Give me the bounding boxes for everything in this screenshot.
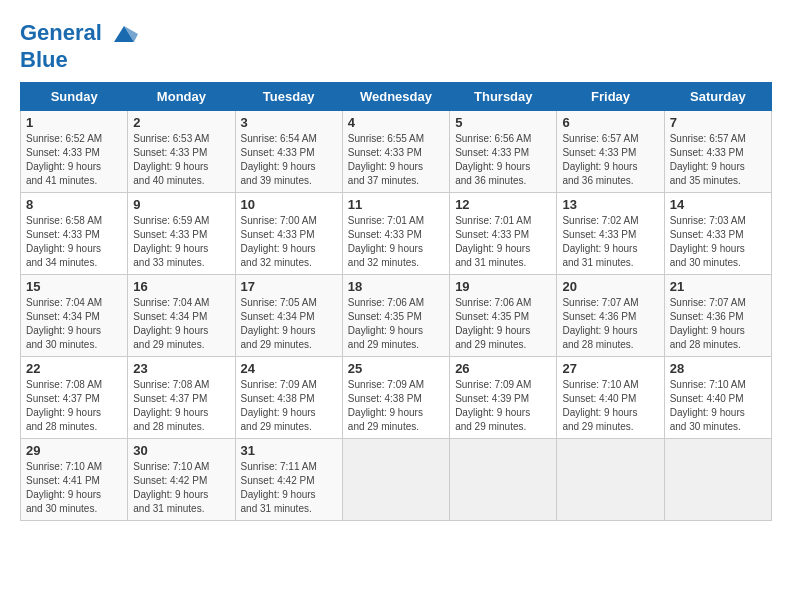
day-info: Sunrise: 7:07 AMSunset: 4:36 PMDaylight:…	[562, 297, 638, 350]
calendar-day-8: 8Sunrise: 6:58 AMSunset: 4:33 PMDaylight…	[21, 193, 128, 275]
header-cell-wednesday: Wednesday	[342, 83, 449, 111]
header-row: SundayMondayTuesdayWednesdayThursdayFrid…	[21, 83, 772, 111]
day-info: Sunrise: 7:08 AMSunset: 4:37 PMDaylight:…	[133, 379, 209, 432]
day-info: Sunrise: 7:06 AMSunset: 4:35 PMDaylight:…	[348, 297, 424, 350]
header-cell-thursday: Thursday	[450, 83, 557, 111]
day-info: Sunrise: 7:02 AMSunset: 4:33 PMDaylight:…	[562, 215, 638, 268]
calendar-day-10: 10Sunrise: 7:00 AMSunset: 4:33 PMDayligh…	[235, 193, 342, 275]
day-number: 25	[348, 361, 444, 376]
calendar-week-3: 22Sunrise: 7:08 AMSunset: 4:37 PMDayligh…	[21, 357, 772, 439]
calendar-table: SundayMondayTuesdayWednesdayThursdayFrid…	[20, 82, 772, 521]
calendar-day-2: 2Sunrise: 6:53 AMSunset: 4:33 PMDaylight…	[128, 111, 235, 193]
day-number: 16	[133, 279, 229, 294]
calendar-day-22: 22Sunrise: 7:08 AMSunset: 4:37 PMDayligh…	[21, 357, 128, 439]
calendar-day-9: 9Sunrise: 6:59 AMSunset: 4:33 PMDaylight…	[128, 193, 235, 275]
calendar-day-14: 14Sunrise: 7:03 AMSunset: 4:33 PMDayligh…	[664, 193, 771, 275]
day-number: 19	[455, 279, 551, 294]
header-cell-monday: Monday	[128, 83, 235, 111]
day-info: Sunrise: 7:10 AMSunset: 4:42 PMDaylight:…	[133, 461, 209, 514]
day-info: Sunrise: 7:06 AMSunset: 4:35 PMDaylight:…	[455, 297, 531, 350]
day-number: 12	[455, 197, 551, 212]
calendar-day-6: 6Sunrise: 6:57 AMSunset: 4:33 PMDaylight…	[557, 111, 664, 193]
calendar-day-empty	[342, 439, 449, 521]
calendar-week-2: 15Sunrise: 7:04 AMSunset: 4:34 PMDayligh…	[21, 275, 772, 357]
day-info: Sunrise: 6:53 AMSunset: 4:33 PMDaylight:…	[133, 133, 209, 186]
day-number: 27	[562, 361, 658, 376]
calendar-day-empty	[664, 439, 771, 521]
calendar-week-1: 8Sunrise: 6:58 AMSunset: 4:33 PMDaylight…	[21, 193, 772, 275]
day-number: 14	[670, 197, 766, 212]
day-info: Sunrise: 6:54 AMSunset: 4:33 PMDaylight:…	[241, 133, 317, 186]
day-number: 15	[26, 279, 122, 294]
day-number: 24	[241, 361, 337, 376]
calendar-day-24: 24Sunrise: 7:09 AMSunset: 4:38 PMDayligh…	[235, 357, 342, 439]
calendar-day-25: 25Sunrise: 7:09 AMSunset: 4:38 PMDayligh…	[342, 357, 449, 439]
day-number: 23	[133, 361, 229, 376]
day-info: Sunrise: 6:55 AMSunset: 4:33 PMDaylight:…	[348, 133, 424, 186]
calendar-day-7: 7Sunrise: 6:57 AMSunset: 4:33 PMDaylight…	[664, 111, 771, 193]
day-number: 3	[241, 115, 337, 130]
day-info: Sunrise: 6:57 AMSunset: 4:33 PMDaylight:…	[670, 133, 746, 186]
day-number: 29	[26, 443, 122, 458]
day-number: 4	[348, 115, 444, 130]
day-number: 26	[455, 361, 551, 376]
calendar-day-26: 26Sunrise: 7:09 AMSunset: 4:39 PMDayligh…	[450, 357, 557, 439]
header-cell-tuesday: Tuesday	[235, 83, 342, 111]
logo: General Blue	[20, 20, 138, 72]
logo-icon	[110, 20, 138, 48]
day-info: Sunrise: 7:10 AMSunset: 4:40 PMDaylight:…	[670, 379, 746, 432]
calendar-day-28: 28Sunrise: 7:10 AMSunset: 4:40 PMDayligh…	[664, 357, 771, 439]
day-number: 17	[241, 279, 337, 294]
day-number: 6	[562, 115, 658, 130]
calendar-week-4: 29Sunrise: 7:10 AMSunset: 4:41 PMDayligh…	[21, 439, 772, 521]
logo-line1: General	[20, 20, 102, 45]
calendar-day-16: 16Sunrise: 7:04 AMSunset: 4:34 PMDayligh…	[128, 275, 235, 357]
calendar-day-30: 30Sunrise: 7:10 AMSunset: 4:42 PMDayligh…	[128, 439, 235, 521]
day-info: Sunrise: 7:04 AMSunset: 4:34 PMDaylight:…	[26, 297, 102, 350]
day-info: Sunrise: 7:00 AMSunset: 4:33 PMDaylight:…	[241, 215, 317, 268]
day-number: 8	[26, 197, 122, 212]
day-info: Sunrise: 7:10 AMSunset: 4:41 PMDaylight:…	[26, 461, 102, 514]
calendar-day-12: 12Sunrise: 7:01 AMSunset: 4:33 PMDayligh…	[450, 193, 557, 275]
day-number: 10	[241, 197, 337, 212]
calendar-day-20: 20Sunrise: 7:07 AMSunset: 4:36 PMDayligh…	[557, 275, 664, 357]
day-info: Sunrise: 7:11 AMSunset: 4:42 PMDaylight:…	[241, 461, 317, 514]
day-number: 31	[241, 443, 337, 458]
day-number: 28	[670, 361, 766, 376]
day-number: 2	[133, 115, 229, 130]
calendar-week-0: 1Sunrise: 6:52 AMSunset: 4:33 PMDaylight…	[21, 111, 772, 193]
day-info: Sunrise: 6:59 AMSunset: 4:33 PMDaylight:…	[133, 215, 209, 268]
calendar-day-empty	[557, 439, 664, 521]
day-info: Sunrise: 7:10 AMSunset: 4:40 PMDaylight:…	[562, 379, 638, 432]
day-number: 5	[455, 115, 551, 130]
calendar-day-1: 1Sunrise: 6:52 AMSunset: 4:33 PMDaylight…	[21, 111, 128, 193]
calendar-day-18: 18Sunrise: 7:06 AMSunset: 4:35 PMDayligh…	[342, 275, 449, 357]
calendar-day-3: 3Sunrise: 6:54 AMSunset: 4:33 PMDaylight…	[235, 111, 342, 193]
calendar-day-31: 31Sunrise: 7:11 AMSunset: 4:42 PMDayligh…	[235, 439, 342, 521]
calendar-day-13: 13Sunrise: 7:02 AMSunset: 4:33 PMDayligh…	[557, 193, 664, 275]
day-info: Sunrise: 7:01 AMSunset: 4:33 PMDaylight:…	[348, 215, 424, 268]
calendar-day-5: 5Sunrise: 6:56 AMSunset: 4:33 PMDaylight…	[450, 111, 557, 193]
calendar-day-4: 4Sunrise: 6:55 AMSunset: 4:33 PMDaylight…	[342, 111, 449, 193]
day-number: 13	[562, 197, 658, 212]
page-header: General Blue	[20, 20, 772, 72]
calendar-day-23: 23Sunrise: 7:08 AMSunset: 4:37 PMDayligh…	[128, 357, 235, 439]
day-info: Sunrise: 7:09 AMSunset: 4:39 PMDaylight:…	[455, 379, 531, 432]
header-cell-saturday: Saturday	[664, 83, 771, 111]
day-number: 1	[26, 115, 122, 130]
day-info: Sunrise: 7:04 AMSunset: 4:34 PMDaylight:…	[133, 297, 209, 350]
day-number: 9	[133, 197, 229, 212]
day-info: Sunrise: 7:09 AMSunset: 4:38 PMDaylight:…	[241, 379, 317, 432]
day-number: 30	[133, 443, 229, 458]
day-info: Sunrise: 6:58 AMSunset: 4:33 PMDaylight:…	[26, 215, 102, 268]
day-number: 18	[348, 279, 444, 294]
day-info: Sunrise: 7:09 AMSunset: 4:38 PMDaylight:…	[348, 379, 424, 432]
calendar-day-15: 15Sunrise: 7:04 AMSunset: 4:34 PMDayligh…	[21, 275, 128, 357]
calendar-day-27: 27Sunrise: 7:10 AMSunset: 4:40 PMDayligh…	[557, 357, 664, 439]
header-cell-friday: Friday	[557, 83, 664, 111]
calendar-day-29: 29Sunrise: 7:10 AMSunset: 4:41 PMDayligh…	[21, 439, 128, 521]
calendar-day-empty	[450, 439, 557, 521]
day-info: Sunrise: 6:57 AMSunset: 4:33 PMDaylight:…	[562, 133, 638, 186]
calendar-day-19: 19Sunrise: 7:06 AMSunset: 4:35 PMDayligh…	[450, 275, 557, 357]
day-number: 20	[562, 279, 658, 294]
